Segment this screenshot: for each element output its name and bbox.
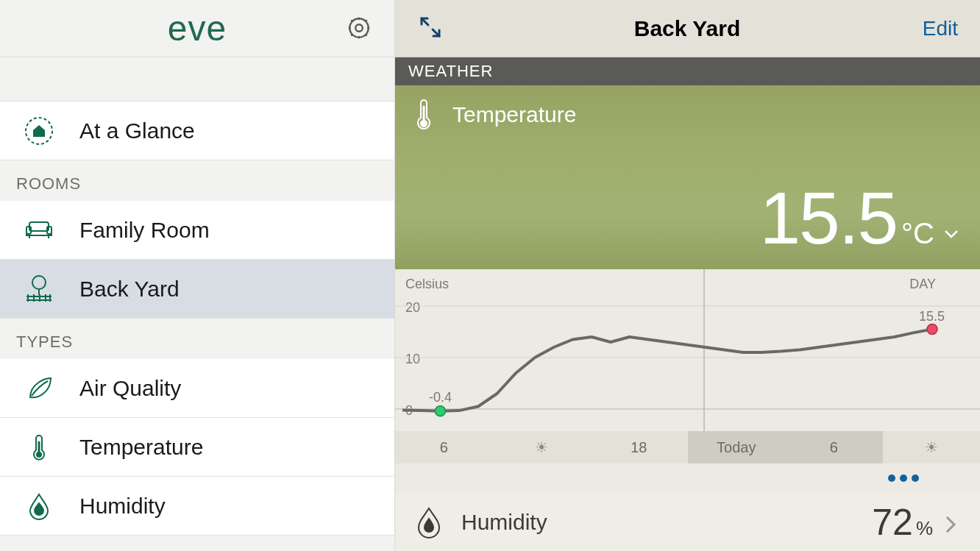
main-header: Back Yard Edit xyxy=(395,0,980,57)
sidebar-item-label: Family Room xyxy=(79,218,210,243)
sidebar-item-label: Temperature xyxy=(79,435,203,460)
sidebar-header: eve xyxy=(0,0,394,57)
droplet-icon xyxy=(414,505,444,539)
edit-button[interactable]: Edit xyxy=(923,17,958,40)
sidebar: eve At a Glance ROOMS xyxy=(0,0,395,551)
sun-icon: ☀ xyxy=(925,438,938,456)
home-target-icon xyxy=(21,113,57,149)
timeline-segment: 6 xyxy=(395,431,493,463)
thermometer-icon xyxy=(21,429,57,466)
humidity-label: Humidity xyxy=(461,510,547,535)
section-header-weather: WEATHER xyxy=(395,57,980,85)
humidity-value: 72 xyxy=(872,501,913,544)
temperature-value-row: 15.5 °C xyxy=(759,176,961,260)
tree-fence-icon xyxy=(21,271,57,308)
leaf-icon xyxy=(21,370,57,407)
sun-icon: ☀ xyxy=(535,438,548,456)
temperature-header: Temperature xyxy=(395,85,980,132)
chart-svg xyxy=(395,269,980,431)
sidebar-item-label: Air Quality xyxy=(79,376,181,401)
timeline-segment: ☀ xyxy=(493,431,591,463)
chevron-right-icon xyxy=(943,514,958,535)
thermometer-icon xyxy=(411,97,436,132)
chart-timeline[interactable]: 6 ☀ 18 Today 6 ☀ xyxy=(395,431,980,463)
timeline-segment: 6 xyxy=(785,431,883,463)
sidebar-section-types: TYPES xyxy=(0,319,394,359)
settings-button[interactable] xyxy=(346,15,372,44)
sidebar-item-label: At a Glance xyxy=(79,118,195,143)
timeline-segment-today: Today xyxy=(688,431,786,463)
sidebar-item-air-quality[interactable]: Air Quality xyxy=(0,359,394,418)
sidebar-item-label: Humidity xyxy=(79,494,166,519)
humidity-card[interactable]: Humidity 72 % xyxy=(395,493,980,551)
more-row xyxy=(395,463,980,493)
svg-point-6 xyxy=(32,276,46,289)
more-button[interactable] xyxy=(886,472,921,485)
svg-rect-3 xyxy=(29,222,49,231)
sidebar-item-label: Back Yard xyxy=(79,277,180,302)
temperature-label: Temperature xyxy=(452,102,576,127)
humidity-header: Humidity xyxy=(414,505,547,539)
svg-point-13 xyxy=(435,406,445,416)
temperature-value: 15.5 xyxy=(759,176,897,260)
main-pane: Back Yard Edit WEATHER Temperature 15.5 … xyxy=(395,0,980,551)
sidebar-item-humidity[interactable]: Humidity xyxy=(0,477,394,536)
expand-button[interactable] xyxy=(417,14,444,43)
sidebar-item-temperature[interactable]: Temperature xyxy=(0,418,394,477)
expand-icon xyxy=(417,14,444,40)
timeline-segment: 18 xyxy=(590,431,688,463)
timeline-segment: ☀ xyxy=(883,431,981,463)
page-title: Back Yard xyxy=(634,16,741,41)
temperature-unit: °C xyxy=(901,217,934,250)
sidebar-spacer xyxy=(0,57,394,102)
svg-point-14 xyxy=(927,324,937,335)
sidebar-item-at-a-glance[interactable]: At a Glance xyxy=(0,102,394,160)
sidebar-item-family-room[interactable]: Family Room xyxy=(0,201,394,260)
sidebar-item-back-yard[interactable]: Back Yard xyxy=(0,260,394,319)
humidity-unit: % xyxy=(916,517,933,540)
chevron-down-icon xyxy=(942,224,961,243)
svg-point-8 xyxy=(421,121,427,127)
sidebar-section-rooms: ROOMS xyxy=(0,160,394,201)
droplet-icon xyxy=(21,488,57,525)
brand-logo: eve xyxy=(168,8,227,49)
temperature-chart[interactable]: Celsius DAY 20 10 0 15.5 -0.4 xyxy=(395,269,980,431)
humidity-value-row: 72 % xyxy=(872,501,958,544)
sofa-icon xyxy=(21,212,57,249)
temperature-card[interactable]: Temperature 15.5 °C xyxy=(395,85,980,269)
svg-point-0 xyxy=(355,24,363,32)
gear-icon xyxy=(346,15,372,41)
svg-point-1 xyxy=(349,18,369,38)
